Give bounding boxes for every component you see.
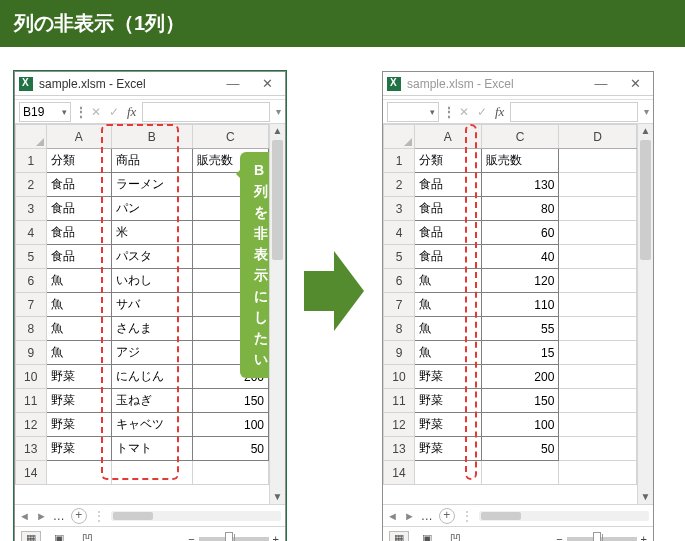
cell[interactable]: 食品: [415, 221, 482, 245]
cell[interactable]: 商品: [111, 149, 192, 173]
scroll-down-icon[interactable]: ▼: [638, 490, 653, 504]
cell[interactable]: ラーメン: [111, 173, 192, 197]
cell[interactable]: 200: [481, 365, 559, 389]
cell[interactable]: パン: [111, 197, 192, 221]
name-box[interactable]: ▾: [387, 102, 439, 122]
name-box-dropdown-icon[interactable]: ▾: [62, 107, 67, 117]
cell[interactable]: [559, 365, 637, 389]
horizontal-scrollbar[interactable]: [111, 511, 281, 521]
row-header[interactable]: 13: [384, 437, 415, 461]
tab-nav-next-icon[interactable]: ►: [404, 510, 415, 522]
cell[interactable]: 60: [481, 221, 559, 245]
cell[interactable]: [559, 269, 637, 293]
cell[interactable]: [559, 173, 637, 197]
cell[interactable]: 50: [192, 437, 268, 461]
cell[interactable]: さんま: [111, 317, 192, 341]
name-box-dropdown-icon[interactable]: ▾: [430, 107, 435, 117]
cell[interactable]: 100: [481, 413, 559, 437]
column-header[interactable]: A: [415, 125, 482, 149]
row-header[interactable]: 8: [16, 317, 47, 341]
cell[interactable]: 野菜: [46, 437, 111, 461]
tab-nav-prev-icon[interactable]: ◄: [387, 510, 398, 522]
zoom-slider[interactable]: [567, 537, 637, 541]
view-normal-icon[interactable]: ▦: [389, 531, 409, 542]
cell[interactable]: 野菜: [46, 365, 111, 389]
cell[interactable]: トマト: [111, 437, 192, 461]
zoom-out-button[interactable]: −: [188, 533, 194, 542]
cell[interactable]: 80: [481, 197, 559, 221]
view-page-layout-icon[interactable]: ▣: [417, 531, 437, 542]
cell[interactable]: キャベツ: [111, 413, 192, 437]
cell[interactable]: [192, 461, 268, 485]
cell[interactable]: [559, 245, 637, 269]
cell[interactable]: [481, 461, 559, 485]
cell[interactable]: 野菜: [46, 413, 111, 437]
cell[interactable]: パスタ: [111, 245, 192, 269]
select-all-cell[interactable]: [16, 125, 47, 149]
scroll-thumb[interactable]: [272, 140, 283, 260]
cell[interactable]: 分類: [46, 149, 111, 173]
minimize-button[interactable]: —: [587, 76, 615, 91]
cell[interactable]: 販売数: [481, 149, 559, 173]
scroll-thumb[interactable]: [640, 140, 651, 260]
cancel-icon[interactable]: ✕: [89, 105, 103, 119]
vertical-scrollbar[interactable]: ▲ ▼: [637, 124, 653, 504]
cell[interactable]: 50: [481, 437, 559, 461]
cell[interactable]: 食品: [415, 197, 482, 221]
cell[interactable]: 15: [481, 341, 559, 365]
scroll-down-icon[interactable]: ▼: [270, 490, 285, 504]
sheet-tabs-more[interactable]: …: [53, 509, 65, 523]
vertical-scrollbar[interactable]: ▲ ▼: [269, 124, 285, 504]
cell[interactable]: [559, 221, 637, 245]
row-header[interactable]: 3: [384, 197, 415, 221]
cell[interactable]: 魚: [415, 269, 482, 293]
tab-nav-next-icon[interactable]: ►: [36, 510, 47, 522]
cell[interactable]: [559, 197, 637, 221]
check-icon[interactable]: ✓: [107, 105, 121, 119]
row-header[interactable]: 7: [16, 293, 47, 317]
cell[interactable]: [559, 341, 637, 365]
row-header[interactable]: 9: [16, 341, 47, 365]
close-button[interactable]: ✕: [253, 76, 281, 91]
cell[interactable]: にんじん: [111, 365, 192, 389]
cell[interactable]: 食品: [46, 173, 111, 197]
cell[interactable]: 魚: [415, 317, 482, 341]
row-header[interactable]: 2: [16, 173, 47, 197]
cell[interactable]: 野菜: [415, 413, 482, 437]
cell[interactable]: 魚: [46, 341, 111, 365]
horizontal-scrollbar[interactable]: [479, 511, 649, 521]
row-header[interactable]: 11: [16, 389, 47, 413]
cell[interactable]: [415, 461, 482, 485]
tab-nav-prev-icon[interactable]: ◄: [19, 510, 30, 522]
scroll-up-icon[interactable]: ▲: [270, 124, 285, 138]
zoom-out-button[interactable]: −: [556, 533, 562, 542]
cell[interactable]: サバ: [111, 293, 192, 317]
row-header[interactable]: 8: [384, 317, 415, 341]
fx-icon[interactable]: fx: [493, 104, 506, 120]
view-page-break-icon[interactable]: 凹: [445, 531, 465, 542]
row-header[interactable]: 13: [16, 437, 47, 461]
check-icon[interactable]: ✓: [475, 105, 489, 119]
cell[interactable]: 食品: [415, 173, 482, 197]
cell[interactable]: 魚: [415, 341, 482, 365]
add-sheet-button[interactable]: +: [439, 508, 455, 524]
view-normal-icon[interactable]: ▦: [21, 531, 41, 542]
cell[interactable]: 魚: [415, 293, 482, 317]
row-header[interactable]: 6: [16, 269, 47, 293]
sheet-tabs-more[interactable]: …: [421, 509, 433, 523]
spreadsheet[interactable]: ACD1分類販売数2食品1303食品804食品605食品406魚1207魚110…: [383, 124, 637, 485]
row-header[interactable]: 5: [16, 245, 47, 269]
cell[interactable]: 野菜: [415, 365, 482, 389]
cell[interactable]: [559, 317, 637, 341]
column-header[interactable]: B: [111, 125, 192, 149]
cell[interactable]: 55: [481, 317, 559, 341]
cell[interactable]: [559, 149, 637, 173]
view-page-layout-icon[interactable]: ▣: [49, 531, 69, 542]
row-header[interactable]: 14: [384, 461, 415, 485]
cell[interactable]: 分類: [415, 149, 482, 173]
cell[interactable]: 米: [111, 221, 192, 245]
row-header[interactable]: 1: [16, 149, 47, 173]
cell[interactable]: 食品: [46, 221, 111, 245]
cell[interactable]: [559, 389, 637, 413]
cell[interactable]: 150: [481, 389, 559, 413]
